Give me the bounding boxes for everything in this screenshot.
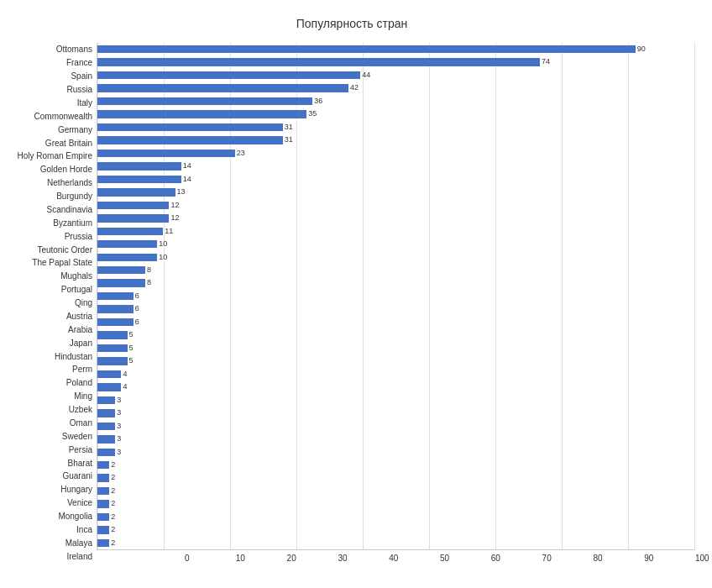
y-label: Poland (66, 376, 92, 390)
bar-row: 12 (97, 212, 695, 224)
bar-value-label: 10 (159, 254, 167, 261)
bar: 10 (97, 254, 157, 261)
y-label: Great Britain (45, 136, 92, 150)
y-label: Malaya (65, 536, 92, 549)
bar-value-label: 12 (170, 214, 179, 222)
y-label: Arabia (68, 323, 92, 336)
bar: 44 (97, 71, 360, 79)
bar: 4 (97, 383, 121, 391)
bar-row: 6 (97, 290, 695, 302)
bar: 4 (97, 370, 121, 378)
bar-row: 3 (97, 407, 695, 419)
bar-value-label: 31 (285, 123, 293, 131)
bar-row: 6 (97, 316, 695, 328)
bar-value-label: 74 (542, 58, 550, 66)
bar-row: 36 (97, 95, 695, 108)
bar: 31 (97, 123, 283, 131)
bar: 8 (97, 279, 145, 286)
bar-row: 5 (97, 342, 695, 354)
y-label: Qing (75, 297, 92, 310)
y-label: Golden Horde (40, 163, 92, 176)
bar: 2 (97, 539, 109, 547)
bar-value-label: 12 (170, 202, 179, 209)
bar: 12 (97, 214, 169, 222)
bar-value-label: 14 (183, 176, 191, 183)
bar: 36 (97, 97, 312, 105)
y-label: Guarani (62, 470, 92, 483)
y-label: Venice (67, 496, 92, 510)
bar-value-label: 4 (123, 383, 127, 391)
bar-row: 44 (97, 69, 695, 81)
y-label: Holy Roman Empire (18, 150, 92, 163)
bar-row: 90 (97, 43, 695, 55)
bar: 6 (97, 318, 134, 326)
bar-row: 2 (97, 471, 695, 484)
y-label: Mongolia (58, 510, 92, 523)
bar: 3 (97, 396, 115, 404)
bar: 14 (97, 176, 181, 183)
bar-row: 14 (97, 160, 695, 172)
y-label: Ireland (66, 549, 92, 563)
bar: 6 (97, 305, 134, 312)
bar: 3 (97, 423, 115, 430)
bar-value-label: 44 (362, 71, 370, 79)
bar-value-label: 42 (350, 84, 359, 92)
bar-value-label: 6 (135, 305, 139, 312)
y-label: Inca (76, 523, 92, 537)
bar-row: 23 (97, 147, 695, 160)
bar-row: 4 (97, 381, 695, 393)
bar: 3 (97, 449, 115, 456)
y-label: Hungary (60, 483, 92, 496)
bar-value-label: 2 (111, 474, 115, 481)
y-label: Sweden (62, 429, 92, 443)
bar-value-label: 2 (111, 500, 115, 507)
bar-value-label: 2 (111, 526, 115, 533)
bar-value-label: 10 (159, 240, 167, 248)
bar-row: 13 (97, 186, 695, 198)
bar-row: 4 (97, 368, 695, 381)
bar-value-label: 8 (147, 266, 151, 274)
bar-value-label: 4 (123, 370, 127, 378)
bar-value-label: 3 (117, 409, 121, 417)
bar: 2 (97, 474, 109, 481)
bar-row: 74 (97, 55, 695, 68)
bar-row: 14 (97, 173, 695, 186)
x-axis: 0102030405060708090100 (185, 550, 695, 563)
bar-value-label: 23 (237, 150, 245, 157)
bar-row: 3 (97, 433, 695, 445)
y-label: Scandinavia (47, 203, 92, 217)
bar-row: 11 (97, 225, 695, 238)
bar-row: 8 (97, 276, 695, 289)
bar: 31 (97, 136, 283, 144)
y-label: Russia (66, 83, 92, 97)
bar: 14 (97, 162, 181, 170)
y-label: Portugal (61, 283, 92, 297)
y-labels: OttomansFranceSpainRussiaItalyCommonweal… (8, 43, 97, 563)
y-label: Oman (70, 417, 92, 430)
bar-value-label: 14 (183, 162, 191, 170)
bar: 42 (97, 84, 348, 92)
bar: 3 (97, 409, 115, 417)
bar: 2 (97, 513, 109, 521)
bar-value-label: 2 (111, 513, 115, 521)
bar: 35 (97, 110, 306, 118)
bar: 13 (97, 188, 175, 196)
bar-row: 2 (97, 497, 695, 510)
y-label: Spain (71, 70, 92, 83)
y-label: Uzbek (69, 403, 92, 417)
bar-row: 2 (97, 511, 695, 523)
bar-value-label: 5 (129, 331, 134, 339)
bars-area: 9074444236353131231414131212111010886665… (97, 43, 695, 550)
bar-row: 6 (97, 302, 695, 315)
bar-value-label: 3 (117, 449, 121, 456)
bar-value-label: 5 (129, 357, 134, 365)
bar: 12 (97, 202, 169, 209)
bar-value-label: 5 (129, 344, 134, 352)
bar-value-label: 2 (111, 461, 115, 469)
bar-value-label: 35 (308, 110, 317, 118)
bar-row: 5 (97, 328, 695, 341)
bar: 5 (97, 357, 128, 365)
bar-value-label: 31 (285, 136, 293, 144)
bar: 3 (97, 435, 115, 443)
bar-value-label: 6 (135, 292, 139, 300)
